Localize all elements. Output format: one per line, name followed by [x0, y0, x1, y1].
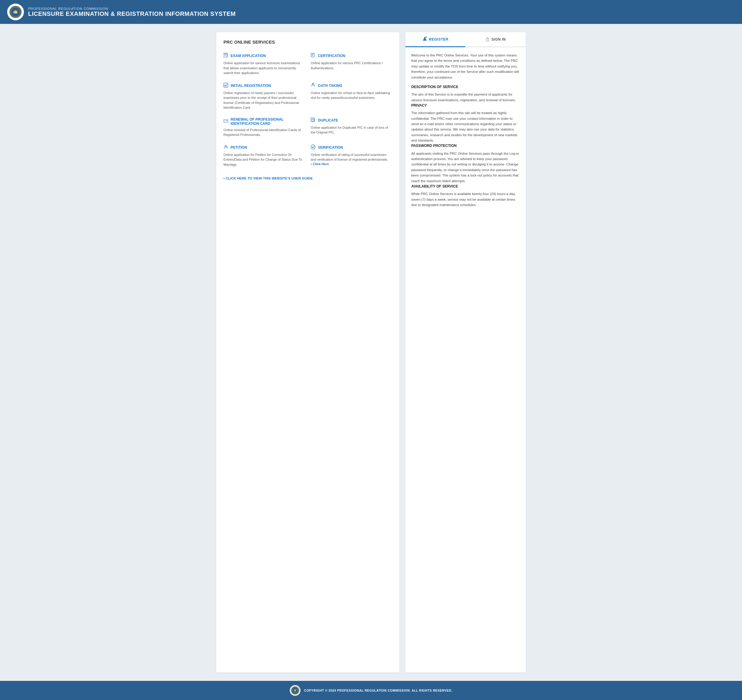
sign-in-icon	[486, 37, 490, 43]
tos-section-4-title: AVAILABILITY OF SERVICE	[411, 184, 520, 189]
duplicate-icon	[311, 118, 315, 124]
svg-rect-13	[311, 53, 314, 57]
svg-rect-17	[311, 56, 312, 56]
svg-rect-26	[312, 119, 314, 119]
svg-rect-12	[224, 55, 226, 56]
header-sub-title: PROFESSIONAL REGULATION COMMISSION	[28, 7, 236, 10]
petition-icon	[224, 144, 228, 150]
user-guide-link[interactable]: • CLICK HERE TO VIEW THIS WEBSITE'S USER…	[224, 173, 392, 180]
header-main-title: LICENSURE EXAMINATION & REGISTRATION INF…	[28, 10, 236, 17]
footer-logo	[290, 685, 300, 696]
verification-desc: Online verification of rating of success…	[311, 152, 392, 162]
left-panel: PRC ONLINE SERVICES EXAM APPLICATION Onl…	[216, 32, 399, 672]
footer: COPYRIGHT © 2024 PROFESSIONAL REGULATION…	[0, 681, 742, 700]
tabs: REGISTER SIGN IN	[405, 32, 526, 47]
svg-text:PRC: PRC	[13, 11, 18, 13]
svg-rect-11	[224, 54, 227, 55]
header-logo: PRC	[7, 4, 24, 20]
tab-register-label: REGISTER	[429, 37, 448, 41]
tos-section-3-title: PASSWORD PROTECTION	[411, 143, 520, 149]
oath-taking-label: OATH TAKING	[318, 84, 342, 88]
tab-sign-in-label: SIGN IN	[492, 37, 506, 41]
tos-section-1-title: DESCRIPTION OF SERVICE	[411, 84, 520, 90]
service-initial-registration: INITIAL REGISTRATION Online registration…	[224, 83, 305, 110]
svg-rect-10	[224, 54, 227, 54]
tos-section-1: DESCRIPTION OF SERVICE The aim of this S…	[411, 84, 520, 103]
header: PRC PROFESSIONAL REGULATION COMMISSION L…	[0, 0, 742, 24]
svg-rect-28	[312, 120, 313, 121]
certification-desc: Online application for various PRC Certi…	[311, 60, 392, 71]
svg-rect-27	[312, 119, 314, 119]
initial-registration-desc: Online registration of newly passers / s…	[224, 91, 305, 110]
initial-registration-icon	[224, 83, 228, 89]
tos-section-4-body: While PRC Online Services is available t…	[411, 191, 520, 207]
service-duplicate: DUPLICATE Online application for Duplica…	[311, 118, 392, 137]
exam-application-label: EXAM APPLICATION	[231, 54, 266, 58]
duplicate-desc: Online application for Duplicate PIC in …	[311, 125, 392, 135]
tos-section-4: AVAILABILITY OF SERVICE While PRC Online…	[411, 184, 520, 207]
service-petition: PETITION Online application for Petition…	[224, 144, 305, 167]
tab-sign-in[interactable]: SIGN IN	[465, 32, 526, 47]
service-verification: VERIFICATION Online verification of rati…	[311, 144, 392, 167]
duplicate-link[interactable]: DUPLICATE	[311, 118, 392, 124]
main-content: PRC ONLINE SERVICES EXAM APPLICATION Onl…	[207, 24, 535, 681]
renewal-pic-desc: Online renewal of Professional Identific…	[224, 128, 305, 137]
verification-click-here[interactable]: • Click Here	[311, 162, 392, 166]
svg-rect-23	[226, 121, 227, 121]
verification-link[interactable]: VERIFICATION	[311, 144, 392, 150]
certification-icon	[311, 53, 315, 59]
tos-section-3: PASSWORD PROTECTION All applicants visit…	[411, 143, 520, 184]
exam-application-icon	[224, 53, 228, 59]
certification-label: CERTIFICATION	[318, 54, 345, 58]
oath-taking-desc: Online registration for virtual or face-…	[311, 91, 392, 100]
tab-register[interactable]: REGISTER	[405, 32, 466, 47]
tos-content: Welcome to the PRC Online Services. Your…	[405, 47, 526, 672]
svg-rect-18	[224, 83, 228, 87]
svg-rect-14	[311, 54, 314, 54]
renewal-pic-link[interactable]: RENEWAL OF PROFESSIONAL IDENTIFICATION C…	[224, 118, 305, 126]
tos-section-2: PRIVACY The information gathered from th…	[411, 103, 520, 143]
petition-label: PETITION	[231, 146, 247, 150]
oath-taking-link[interactable]: OATH TAKING	[311, 83, 392, 89]
service-certification: CERTIFICATION Online application for var…	[311, 53, 392, 75]
header-text-block: PROFESSIONAL REGULATION COMMISSION LICEN…	[28, 7, 236, 17]
exam-application-link[interactable]: EXAM APPLICATION	[224, 53, 305, 59]
svg-rect-16	[311, 55, 313, 56]
svg-rect-15	[311, 54, 314, 55]
svg-point-31	[424, 37, 425, 39]
certification-link[interactable]: CERTIFICATION	[311, 53, 392, 59]
tos-section-1-body: The aim of this Service is to expedite t…	[411, 92, 520, 103]
tos-section-2-body: The information gathered from this site …	[411, 110, 520, 143]
service-exam-application: EXAM APPLICATION Online application for …	[224, 53, 305, 75]
initial-registration-link[interactable]: INITIAL REGISTRATION	[224, 83, 305, 89]
svg-rect-21	[224, 121, 225, 121]
verification-label: VERIFICATION	[318, 146, 343, 150]
svg-point-29	[225, 145, 227, 147]
service-renewal-pic: RENEWAL OF PROFESSIONAL IDENTIFICATION C…	[224, 118, 305, 137]
initial-registration-label: INITIAL REGISTRATION	[231, 84, 271, 88]
oath-taking-icon	[311, 83, 315, 89]
verification-icon	[311, 144, 315, 150]
tos-intro: Welcome to the PRC Online Services. Your…	[411, 53, 520, 80]
svg-point-30	[311, 145, 315, 149]
petition-link[interactable]: PETITION	[224, 144, 305, 150]
right-panel: REGISTER SIGN IN Welcome to the PRC Onli…	[405, 32, 526, 672]
tos-section-3-body: All applicants visiting the PRC Online S…	[411, 151, 520, 184]
tos-section-2-title: PRIVACY	[411, 103, 520, 109]
svg-rect-9	[224, 53, 227, 57]
svg-point-36	[294, 690, 296, 692]
register-icon	[423, 37, 427, 42]
svg-point-33	[487, 40, 488, 40]
exam-application-desc: Online application for various licensure…	[224, 60, 305, 75]
services-grid: EXAM APPLICATION Online application for …	[224, 53, 392, 167]
panel-title: PRC ONLINE SERVICES	[224, 40, 392, 47]
footer-text: COPYRIGHT © 2024 PROFESSIONAL REGULATION…	[304, 689, 452, 692]
service-oath-taking: OATH TAKING Online registration for virt…	[311, 83, 392, 110]
duplicate-label: DUPLICATE	[318, 118, 338, 122]
petition-desc: Online application for Petition for Corr…	[224, 152, 305, 167]
renewal-pic-icon	[224, 119, 228, 125]
renewal-pic-label: RENEWAL OF PROFESSIONAL IDENTIFICATION C…	[231, 118, 305, 126]
